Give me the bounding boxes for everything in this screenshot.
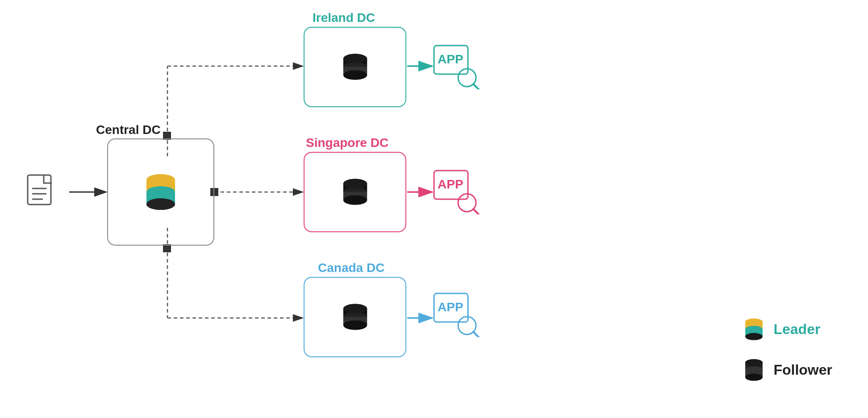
central-dc-label: Central DC (96, 123, 161, 137)
central-dc-box (107, 138, 214, 246)
svg-text:APP: APP (438, 177, 463, 191)
svg-point-43 (343, 179, 367, 188)
svg-line-57 (473, 209, 480, 214)
svg-point-73 (746, 359, 763, 366)
svg-point-49 (343, 304, 367, 314)
svg-point-67 (746, 318, 763, 326)
svg-point-72 (746, 374, 763, 381)
document-icon (27, 174, 63, 214)
leader-db-icon (143, 172, 179, 212)
canada-dc-box (304, 277, 406, 357)
legend-leader-icon (742, 317, 766, 342)
svg-line-61 (473, 332, 480, 337)
singapore-dc-box (304, 152, 406, 232)
svg-point-31 (146, 198, 175, 210)
legend: Leader Follower (742, 317, 832, 382)
svg-point-36 (343, 70, 367, 80)
svg-point-66 (746, 333, 763, 340)
app-icon-singapore: APP (433, 170, 478, 210)
ireland-dc-box (304, 27, 406, 107)
singapore-dc-label: Singapore DC (306, 136, 388, 150)
svg-point-37 (343, 54, 367, 63)
svg-rect-16 (28, 175, 51, 205)
svg-text:APP: APP (438, 300, 463, 314)
ireland-dc-label: Ireland DC (313, 11, 375, 25)
legend-follower-icon (742, 358, 766, 382)
app-icon-ireland: APP (433, 45, 478, 85)
legend-follower: Follower (742, 358, 832, 382)
canada-db-icon (338, 301, 372, 334)
svg-point-48 (343, 320, 367, 330)
diagram-container: Central DC Ireland DC Singapore DC (0, 0, 868, 418)
legend-leader-label: Leader (773, 321, 820, 338)
app-icon-canada: APP (433, 293, 478, 333)
svg-point-42 (343, 195, 367, 205)
svg-line-53 (473, 84, 480, 89)
ireland-db-icon (338, 50, 372, 84)
legend-leader: Leader (742, 317, 832, 342)
canada-dc-label: Canada DC (318, 261, 384, 275)
svg-text:APP: APP (438, 52, 463, 66)
singapore-db-icon (338, 176, 372, 209)
legend-follower-label: Follower (773, 362, 832, 378)
